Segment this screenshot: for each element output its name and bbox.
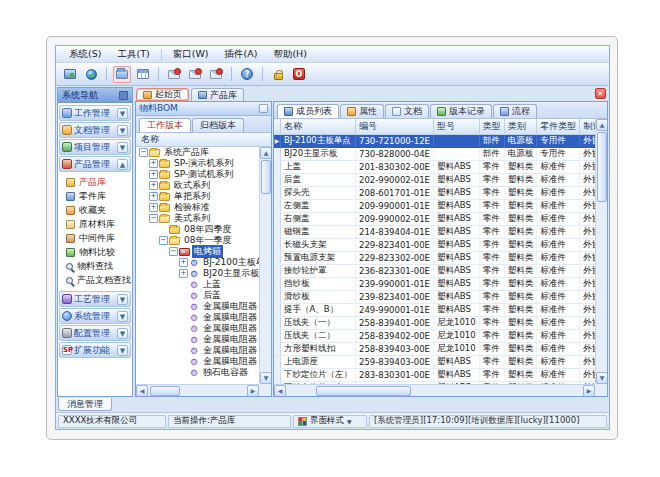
table-row[interactable]: 挡纱板239-990001-01E塑料ABS零件塑料类标准件外协条 [274,277,607,290]
scroll-thumb[interactable] [261,160,271,194]
scroll-left-icon[interactable]: ◀ [274,385,286,396]
chevron-down-icon[interactable]: ▼ [117,311,128,322]
version-tab-工作版本[interactable]: 工作版本 [139,118,191,132]
tree-node-BJ20主显示板[interactable]: +⚙BJ20主显示板 [136,268,259,279]
scroll-left-icon[interactable]: ◀ [136,385,148,396]
member-tab-版本记录[interactable]: 版本记录 [430,104,492,118]
menu-item[interactable]: 插件(A) [217,47,264,62]
table-horizontal-scrollbar[interactable]: ◀ ▶ [274,384,595,396]
column-header-编号[interactable]: 编号 [356,119,434,134]
mail-receive-button[interactable] [186,66,204,83]
mail-send-button[interactable] [207,66,225,83]
expand-icon[interactable]: + [149,170,158,179]
doc-tab-产品库[interactable]: 产品库 [191,88,244,101]
collapse-icon[interactable]: − [149,214,158,223]
folder-window-button[interactable] [113,66,131,83]
sidebar-group-工艺管理[interactable]: 工艺管理▼ [59,291,131,307]
chevron-down-icon[interactable]: ▼ [117,142,128,153]
table-row[interactable]: 左侧盖209-990001-01E塑料ABS零件塑料类标准件外协条 [274,199,607,212]
collapse-icon[interactable]: − [169,247,178,256]
scroll-thumb[interactable] [150,386,180,396]
tree-column-header[interactable]: 名称 [136,133,271,147]
sidebar-item-物料比较[interactable]: 物料比较 [58,245,132,259]
menu-item[interactable]: 帮助(H) [266,47,314,62]
sidebar-options-icon[interactable] [119,91,128,100]
sidebar-item-产品文档查找[interactable]: 产品文档查找 [58,273,132,287]
sidebar-group-配置管理[interactable]: 配置管理▼ [59,325,131,341]
sidebar-item-产品库[interactable]: 产品库 [58,175,132,189]
lock-button[interactable] [269,66,287,83]
expand-icon[interactable]: + [179,258,188,267]
scroll-track[interactable] [182,385,247,396]
sidebar-group-工作管理[interactable]: 工作管理▼ [59,105,131,121]
column-header-零件类型[interactable]: 零件类型 [537,119,580,134]
menu-item[interactable]: 系统(S) [62,47,108,62]
table-row[interactable]: 长磁头支架229-823401-00E塑料ABS零件塑料类标准件外协条 [274,238,607,251]
scroll-thumb[interactable] [316,386,411,396]
sidebar-group-产品管理[interactable]: 产品管理▲ [59,156,131,172]
sidebar-group-项目管理[interactable]: 项目管理▼ [59,139,131,155]
table-vertical-scrollbar[interactable]: ▲ ▼ [595,119,607,384]
sidebar-group-文档管理[interactable]: 文档管理▼ [59,122,131,138]
scroll-track[interactable] [413,385,583,396]
expand-icon[interactable]: + [149,159,158,168]
sidebar-item-收藏夹[interactable]: 收藏夹 [58,203,132,217]
collapse-icon[interactable]: − [159,236,168,245]
exit-button[interactable]: O [290,66,308,83]
menu-item[interactable]: 窗口(W) [166,47,216,62]
sidebar-group-扩展功能[interactable]: SP扩展功能▼ [59,342,131,358]
table-row[interactable]: ▶BJ-2100主板单点730-721000-12E部件电源板专用件外协颗 [274,134,607,147]
expand-icon[interactable]: + [179,269,188,278]
globe-button[interactable] [82,66,100,83]
table-row[interactable]: 上电源座259-839403-00E塑料ABS零件塑料类标准件外协条 [274,355,607,368]
expand-icon[interactable]: + [149,192,158,201]
scroll-down-icon[interactable]: ▼ [596,372,607,384]
help-button[interactable]: ? [238,66,256,83]
pin-icon[interactable] [259,104,268,113]
sidebar-item-原材料库[interactable]: 原材料库 [58,217,132,231]
chevron-down-icon[interactable]: ▼ [117,328,128,339]
scroll-thumb[interactable] [597,132,607,202]
expand-icon[interactable]: + [149,181,158,190]
table-row[interactable]: BJ20主显示板730-828000-04E部件电源板专用件外协颗 [274,147,607,160]
sidebar-group-系统管理[interactable]: 系统管理▼ [59,308,131,324]
sidebar-item-中间件库[interactable]: 中间件库 [58,231,132,245]
scroll-up-icon[interactable]: ▲ [596,119,607,131]
table-row[interactable]: 压线夹（一）258-839401-00E尼龙1010零件塑料类标准件外协条 [274,316,607,329]
scroll-right-icon[interactable]: ▶ [583,385,595,396]
chevron-down-icon[interactable]: ▼ [117,125,128,136]
chevron-down-icon[interactable]: ▼ [117,294,128,305]
table-row[interactable]: 接纱轮护罩236-823301-00E塑料ABS零件塑料类标准件外协条 [274,264,607,277]
table-row[interactable]: 探头壳208-601701-01E塑料ABS零件塑料类标准件外协条 [274,186,607,199]
member-tab-成员列表[interactable]: 成员列表 [277,104,339,118]
expand-icon[interactable]: + [149,203,158,212]
column-header-型号[interactable]: 型号 [434,119,480,134]
mail-new-button[interactable] [165,66,183,83]
scroll-track[interactable] [286,385,314,396]
tree-node-上盖[interactable]: ⚙上盖 [136,279,259,290]
tree-node-独石电容器[interactable]: ⚙独石电容器 [136,367,259,378]
chevron-down-icon[interactable]: ▼ [117,108,128,119]
table-row[interactable]: 压线夹（二）258-839402-00E尼龙1010零件塑料类标准件外协条 [274,329,607,342]
table-row[interactable]: 上盖201-830302-00E塑料ABS零件塑料类标准件外协条 [274,160,607,173]
table-row[interactable]: 滑纱板239-823401-00E塑料ABS零件塑料类标准件外协条 [274,290,607,303]
scroll-track[interactable] [260,195,271,372]
table-row[interactable]: 下纱定位片（左）283-830301-00E塑料ABS零件塑料类标准件外协条 [274,368,607,381]
scroll-up-icon[interactable]: ▲ [260,147,271,159]
scroll-right-icon[interactable]: ▶ [247,385,259,396]
close-tab-button[interactable]: ✕ [595,88,606,99]
column-header-类别[interactable]: 类别 [504,119,537,134]
member-tab-流程[interactable]: 流程 [493,104,537,118]
menu-item[interactable]: 工具(T) [110,47,156,62]
message-manager-tab[interactable]: 消息管理 [58,398,112,411]
column-header-类型[interactable]: 类型 [479,119,504,134]
version-tab-归档版本[interactable]: 归档版本 [192,118,244,132]
monitor-button[interactable] [61,66,79,83]
column-header-名称[interactable]: 名称 [281,119,356,134]
chevron-down-icon[interactable]: ▼ [117,345,128,356]
collapse-icon[interactable]: − [139,148,148,157]
table-row[interactable]: 提手（A、B）249-990001-01E塑料ABS零件塑料类标准件外协条 [274,303,607,316]
report-grid-button[interactable] [134,66,152,83]
member-tab-属性[interactable]: 属性 [340,104,384,118]
table-row[interactable]: 右侧盖209-990002-01E塑料ABS零件塑料类标准件外协条 [274,212,607,225]
